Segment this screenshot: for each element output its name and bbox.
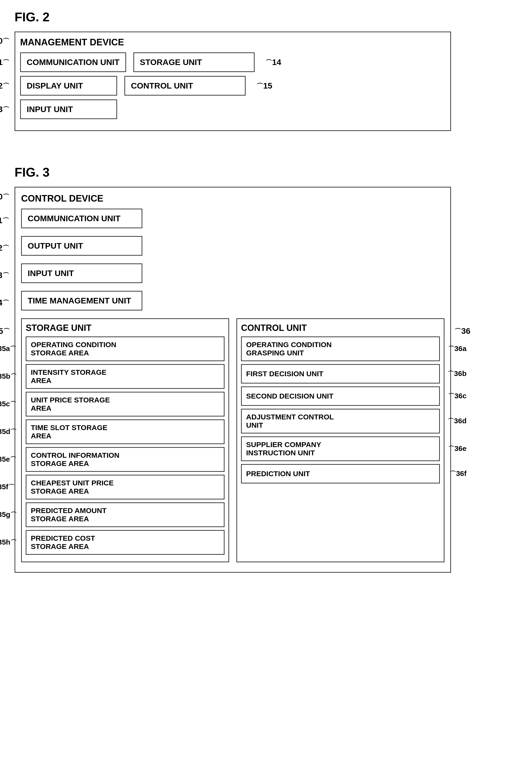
fig3-input-unit: INPUT UNIT: [21, 263, 142, 283]
fig3-36c-ref: ⌒36c: [448, 392, 467, 400]
fig3-operating-condition-storage: OPERATING CONDITION STORAGE AREA: [26, 337, 225, 361]
fig3-36e-wrapper: SUPPLIER COMPANY INSTRUCTION UNIT ⌒36e: [241, 436, 440, 461]
fig3-35c-wrapper: 35c⌒ UNIT PRICE STORAGE AREA: [26, 392, 225, 416]
fig2-display-unit-wrapper: 12⌒ DISPLAY UNIT: [20, 76, 117, 95]
fig3-label: FIG. 3: [15, 165, 517, 180]
fig2-storage-unit-wrapper: STORAGE UNIT ⌒14: [134, 52, 255, 72]
fig2-storage-unit: STORAGE UNIT: [134, 52, 255, 72]
fig3-comm-ref: 31⌒: [0, 215, 9, 225]
fig2-input-unit: INPUT UNIT: [20, 100, 117, 119]
fig3-36b-ref: ⌒36b: [448, 369, 467, 378]
fig3-36a-wrapper: OPERATING CONDITION GRASPING UNIT ⌒36a: [241, 337, 440, 361]
fig2-control-unit-wrapper: CONTROL UNIT ⌒15: [124, 76, 246, 95]
fig3-36b-wrapper: FIRST DECISION UNIT ⌒36b: [241, 364, 440, 384]
fig3-35g-ref: 35g⌒: [0, 511, 17, 519]
fig2-comm-unit-wrapper: 11⌒ COMMUNICATION UNIT: [20, 52, 126, 72]
fig3-control-info-storage: CONTROL INFORMATION STORAGE AREA: [26, 447, 225, 472]
fig3-output-unit: OUTPUT UNIT: [21, 236, 142, 256]
fig3-output-wrapper: 32⌒ OUTPUT UNIT: [21, 236, 167, 259]
fig2-section: FIG. 2 10⌒ MANAGEMENT DEVICE 11⌒ COMMUNI…: [15, 10, 517, 150]
fig3-36a-ref: ⌒36a: [448, 345, 467, 353]
fig3-control-unit-ref: ⌒36: [455, 326, 470, 336]
fig3-second-decision: SECOND DECISION UNIT: [241, 386, 440, 406]
fig3-35d-wrapper: 35d⌒ TIME SLOT STORAGE AREA: [26, 419, 225, 444]
fig3-time-ref: 34⌒: [0, 298, 9, 308]
fig3-device-title: CONTROL DEVICE: [21, 193, 445, 204]
fig3-35a-wrapper: 35a⌒ OPERATING CONDITION STORAGE AREA: [26, 337, 225, 361]
fig3-35h-ref: 35h⌒: [0, 538, 17, 547]
fig2-label: FIG. 2: [15, 10, 517, 24]
fig3-first-decision: FIRST DECISION UNIT: [241, 364, 440, 384]
fig3-35g-wrapper: 35g⌒ PREDICTED AMOUNT STORAGE AREA: [26, 503, 225, 527]
fig3-storage-title: STORAGE UNIT: [26, 323, 225, 333]
fig3-storage-unit: 35⌒ STORAGE UNIT 35a⌒ OPERATING CONDITIO…: [21, 318, 229, 562]
fig3-35h-wrapper: 35h⌒ PREDICTED COST STORAGE AREA: [26, 530, 225, 555]
fig2-input-unit-wrapper: 13⌒ INPUT UNIT: [20, 100, 117, 119]
fig3-35b-ref: 35b⌒: [0, 372, 17, 381]
fig3-35e-ref: 35e⌒: [0, 455, 16, 464]
fig3-36d-wrapper: ADJUSTMENT CONTROL UNIT ⌒36d: [241, 409, 440, 433]
fig3-intensity-storage: INTENSITY STORAGE AREA: [26, 364, 225, 389]
fig3-operating-condition-grasping: OPERATING CONDITION GRASPING UNIT: [241, 337, 440, 361]
fig2-control-ref: ⌒15: [256, 81, 272, 91]
fig3-control-device: 30⌒ CONTROL DEVICE 31⌒ COMMUNICATION UNI…: [15, 187, 451, 573]
fig3-supplier-company-instruction: SUPPLIER COMPANY INSTRUCTION UNIT: [241, 436, 440, 461]
fig3-control-title: CONTROL UNIT: [241, 323, 440, 333]
fig2-storage-ref: ⌒14: [265, 57, 281, 67]
fig2-control-unit: CONTROL UNIT: [124, 76, 246, 95]
fig2-management-device: 10⌒ MANAGEMENT DEVICE 11⌒ COMMUNICATION …: [15, 31, 451, 131]
fig3-prediction-unit: PREDICTION UNIT: [241, 464, 440, 483]
fig3-36f-wrapper: PREDICTION UNIT ⌒36f: [241, 464, 440, 483]
fig3-adjustment-control: ADJUSTMENT CONTROL UNIT: [241, 409, 440, 433]
fig3-time-wrapper: 34⌒ TIME MANAGEMENT UNIT: [21, 291, 167, 315]
fig2-device-title: MANAGEMENT DEVICE: [20, 37, 446, 47]
fig3-35c-ref: 35c⌒: [0, 400, 16, 408]
fig3-input-ref: 33⌒: [0, 270, 9, 280]
fig3-communication-unit: COMMUNICATION UNIT: [21, 209, 142, 228]
fig3-36d-ref: ⌒36d: [448, 417, 467, 425]
fig3-comm-wrapper: 31⌒ COMMUNICATION UNIT: [21, 209, 167, 232]
fig3-input-wrapper: 33⌒ INPUT UNIT: [21, 263, 167, 287]
fig3-35b-wrapper: 35b⌒ INTENSITY STORAGE AREA: [26, 364, 225, 389]
fig2-row2: 12⌒ DISPLAY UNIT CONTROL UNIT ⌒15: [20, 76, 446, 95]
fig3-35e-wrapper: 35e⌒ CONTROL INFORMATION STORAGE AREA: [26, 447, 225, 472]
fig3-storage-ref: 35⌒: [0, 326, 10, 336]
fig2-communication-unit: COMMUNICATION UNIT: [20, 52, 126, 72]
fig3-predicted-cost-storage: PREDICTED COST STORAGE AREA: [26, 530, 225, 555]
fig2-row1: 11⌒ COMMUNICATION UNIT STORAGE UNIT ⌒14: [20, 52, 446, 72]
fig2-display-unit: DISPLAY UNIT: [20, 76, 117, 95]
fig3-36f-ref: ⌒36f: [450, 469, 467, 478]
fig2-comm-ref: 11⌒: [0, 57, 9, 67]
fig3-top-units: 31⌒ COMMUNICATION UNIT 32⌒ OUTPUT UNIT 3…: [21, 209, 167, 315]
fig3-36e-ref: ⌒36e: [448, 444, 467, 453]
fig3-control-unit: ⌒36 CONTROL UNIT OPERATING CONDITION GRA…: [236, 318, 445, 562]
fig2-device-ref: 10⌒: [0, 36, 9, 46]
fig3-output-ref: 32⌒: [0, 243, 9, 253]
fig3-device-ref: 30⌒: [0, 192, 9, 202]
fig3-35a-ref: 35a⌒: [0, 345, 16, 353]
fig3-time-slot-storage: TIME SLOT STORAGE AREA: [26, 419, 225, 444]
fig3-36c-wrapper: SECOND DECISION UNIT ⌒36c: [241, 386, 440, 406]
fig2-display-ref: 12⌒: [0, 81, 9, 91]
fig3-cheapest-price-storage: CHEAPEST UNIT PRICE STORAGE AREA: [26, 475, 225, 500]
fig3-35f-ref: 35f⌒: [0, 483, 15, 492]
fig3-unit-price-storage: UNIT PRICE STORAGE AREA: [26, 392, 225, 416]
fig3-time-management-unit: TIME MANAGEMENT UNIT: [21, 291, 142, 311]
fig3-35f-wrapper: 35f⌒ CHEAPEST UNIT PRICE STORAGE AREA: [26, 475, 225, 500]
fig2-row3: 13⌒ INPUT UNIT: [20, 100, 446, 119]
fig3-section: FIG. 3 30⌒ CONTROL DEVICE 31⌒ COMMUNICAT…: [15, 165, 517, 573]
fig3-35d-ref: 35d⌒: [0, 427, 17, 436]
fig3-bottom-row: 35⌒ STORAGE UNIT 35a⌒ OPERATING CONDITIO…: [21, 318, 445, 562]
fig2-input-ref: 13⌒: [0, 104, 9, 114]
fig3-predicted-amount-storage: PREDICTED AMOUNT STORAGE AREA: [26, 503, 225, 527]
